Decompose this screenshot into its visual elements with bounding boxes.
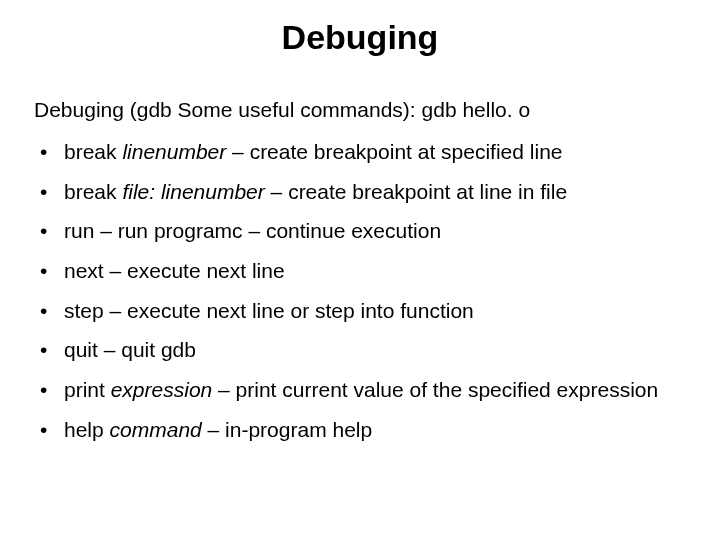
text-pre: help bbox=[64, 418, 110, 441]
list-item: print expression – print current value o… bbox=[34, 376, 686, 404]
text-emph: linenumber bbox=[122, 140, 226, 163]
text-post: – print current value of the specified e… bbox=[212, 378, 658, 401]
text-emph: expression bbox=[111, 378, 213, 401]
list-item: help command – in-program help bbox=[34, 416, 686, 444]
text-post: – create breakpoint at line in file bbox=[265, 180, 567, 203]
list-item: run – run programc – continue execution bbox=[34, 217, 686, 245]
text-pre: run – run programc – continue execution bbox=[64, 219, 441, 242]
list-item: step – execute next line or step into fu… bbox=[34, 297, 686, 325]
list-item: next – execute next line bbox=[34, 257, 686, 285]
list-item: break linenumber – create breakpoint at … bbox=[34, 138, 686, 166]
slide-intro: Debuging (gdb Some useful commands): gdb… bbox=[34, 97, 686, 124]
text-pre: break bbox=[64, 140, 122, 163]
bullet-list: break linenumber – create breakpoint at … bbox=[34, 138, 686, 444]
list-item: break file: linenumber – create breakpoi… bbox=[34, 178, 686, 206]
text-pre: next – execute next line bbox=[64, 259, 285, 282]
text-pre: quit – quit gdb bbox=[64, 338, 196, 361]
text-emph: file: linenumber bbox=[122, 180, 264, 203]
slide-title: Debuging bbox=[34, 18, 686, 57]
text-emph: command bbox=[110, 418, 202, 441]
text-pre: print bbox=[64, 378, 111, 401]
text-pre: step – execute next line or step into fu… bbox=[64, 299, 474, 322]
text-pre: break bbox=[64, 180, 122, 203]
text-post: – in-program help bbox=[202, 418, 372, 441]
list-item: quit – quit gdb bbox=[34, 336, 686, 364]
slide: Debuging Debuging (gdb Some useful comma… bbox=[0, 0, 720, 540]
text-post: – create breakpoint at specified line bbox=[226, 140, 562, 163]
